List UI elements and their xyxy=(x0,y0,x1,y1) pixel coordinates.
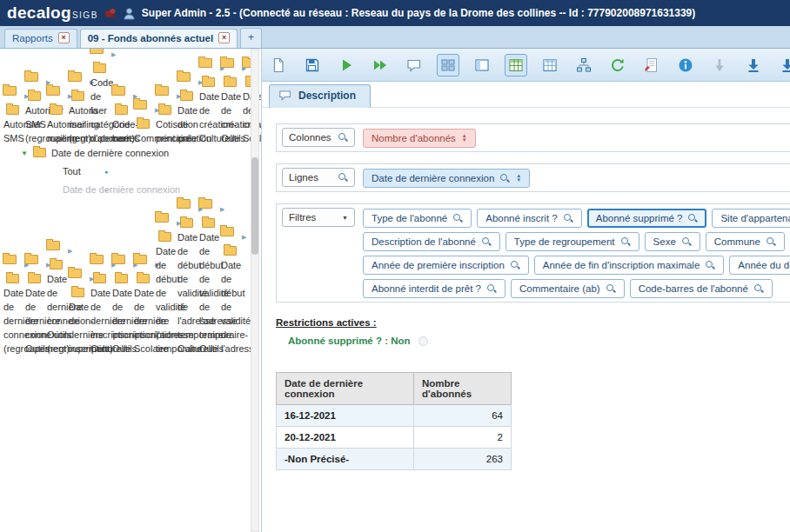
filter-button[interactable]: Abonné supprimé ? xyxy=(587,209,707,228)
tree-item[interactable]: ▼Date de dernière connexion xyxy=(0,144,261,163)
tab-close-icon[interactable]: × xyxy=(58,32,70,43)
rows-label-box[interactable]: Lignes xyxy=(282,168,355,187)
tree-item[interactable]: ▶Date de début de validité de l'adresse … xyxy=(177,199,191,209)
tree-item[interactable]: ▶Code de la catégorie d'abonné xyxy=(90,49,104,54)
tree-item[interactable]: ▶Date de dernière inscription xyxy=(68,269,82,278)
filter-button[interactable]: Année de première inscription xyxy=(363,256,529,275)
expand-arrow-icon[interactable]: ▶ xyxy=(111,49,121,62)
tree-item[interactable]: ▶Autoriser SMS (regroupement) xyxy=(24,72,38,82)
run-button[interactable] xyxy=(335,54,358,76)
tab-description[interactable]: Description xyxy=(269,84,371,108)
tree-item[interactable]: ▶Commentaire xyxy=(133,100,147,110)
scrollbar-thumb[interactable] xyxy=(251,157,258,255)
folder-icon xyxy=(93,274,106,283)
table-row[interactable]: 16-12-202164 xyxy=(277,405,512,427)
tree-item-label: Date de dernière connexion xyxy=(51,148,169,158)
sort-icon[interactable]: ▲▼ xyxy=(516,174,521,183)
tree-item[interactable]: ▶Date de dernière connexion (regroupemen… xyxy=(3,255,17,264)
export-table-icon xyxy=(643,57,660,74)
filter-button[interactable]: Site d'appartenance xyxy=(712,209,790,228)
download-button[interactable] xyxy=(742,54,765,76)
tree-item[interactable]: ▶Cotisation principale xyxy=(155,86,169,96)
folder-icon xyxy=(137,274,150,283)
filter-button[interactable]: Type de regroupement xyxy=(505,232,639,251)
tree-item[interactable]: ▶Date de création xyxy=(177,72,191,82)
folder-icon xyxy=(93,63,106,73)
tree-item[interactable]: ▶Date de création-Culturelle xyxy=(198,58,212,68)
expand-arrow-icon[interactable]: ▶ xyxy=(220,203,230,216)
magnifier-icon xyxy=(767,237,776,247)
tree-item[interactable]: ▶Date de début de validité de l'adresse … xyxy=(155,213,169,223)
folder-icon xyxy=(71,288,84,297)
filter-button[interactable]: Abonné interdit de prêt ? xyxy=(363,279,505,298)
magnifier-icon[interactable] xyxy=(500,174,510,183)
folder-icon xyxy=(180,91,193,101)
expand-arrow-icon[interactable]: ▶ xyxy=(68,244,77,258)
new-tab-button[interactable]: + xyxy=(240,28,262,48)
tree-item[interactable]: ▶Date de dernière inscription-Scolaire xyxy=(133,255,147,264)
view-list-button[interactable] xyxy=(437,54,459,76)
filter-button[interactable]: Commune xyxy=(706,232,785,251)
tab[interactable]: Rapports× xyxy=(4,29,77,48)
table-row[interactable]: -Non Précisé-263 xyxy=(277,449,512,470)
row-pill[interactable]: Date de dernière connexion ▲▼ xyxy=(363,169,530,188)
folder-icon xyxy=(6,105,19,115)
run-all-button[interactable] xyxy=(369,54,392,76)
tree-item[interactable]: ▶Date de dernière connexion-Outils xyxy=(24,255,38,264)
column-header: Nombre d'abonnés xyxy=(414,373,512,405)
date-cell: 16-12-2021 xyxy=(277,405,414,427)
tree-item[interactable]: ▶Date de dernière connexion-Outils (regr… xyxy=(46,241,60,250)
columns-label-box[interactable]: Colonnes xyxy=(282,128,355,147)
tree-item[interactable]: ●Tout xyxy=(0,163,261,181)
collapse-arrow-icon[interactable]: ▼ xyxy=(21,147,30,161)
comment-button[interactable] xyxy=(403,54,425,76)
move-down-button[interactable] xyxy=(708,54,731,76)
tree-item[interactable]: ▶Date de dernière inscription-Outils xyxy=(111,255,125,264)
tree-item[interactable]: ▶Date de dernière inscription-Culturelle xyxy=(90,255,104,264)
tree-item[interactable]: ▶Date de début de validité de l'adresse xyxy=(220,227,234,236)
filter-button-rows: Type de l'abonnéAbonné inscrit ?Abonné s… xyxy=(363,208,790,298)
sort-icon[interactable]: ▲▼ xyxy=(462,134,467,143)
sidebar-scrollbar[interactable] xyxy=(251,49,259,532)
filter-button[interactable]: Description de l'abonné xyxy=(363,232,500,251)
table-row[interactable]: 20-12-20212 xyxy=(277,427,512,449)
filters-label-box[interactable]: Filtres ▼ xyxy=(282,208,355,227)
filter-button[interactable]: Code-barres de l'abonné xyxy=(630,279,773,298)
folder-icon xyxy=(224,77,237,87)
refresh-button[interactable] xyxy=(606,54,629,76)
titlebar: decalogSIGB Super Admin - 2.5 - (Connect… xyxy=(0,0,790,26)
filter-button[interactable]: Type de l'abonné xyxy=(363,209,472,228)
main-content: Description Colonnes Nombre d'abonnés ▲▼ xyxy=(261,49,790,532)
filter-button[interactable]: Commentaire (ab) xyxy=(511,279,625,298)
tab-close-icon[interactable]: × xyxy=(218,32,230,43)
tree-item[interactable]: ●Date de dernière connexion xyxy=(0,181,261,199)
filter-button[interactable]: Abonné inscrit ? xyxy=(477,209,581,228)
magnifier-icon xyxy=(682,237,692,247)
filter-button-row: Année de première inscriptionAnnée de fi… xyxy=(363,256,790,275)
filters-label: Filtres xyxy=(289,212,316,223)
help-circle-icon[interactable] xyxy=(418,336,428,346)
tree-item[interactable]: ▶Date de création-Outils xyxy=(220,58,234,68)
tree-item[interactable]: ▶Code-barres xyxy=(111,86,125,96)
folder-icon xyxy=(115,274,128,283)
filter-button[interactable]: Année du dernier xyxy=(729,256,790,275)
download-secondary-button[interactable] xyxy=(776,54,790,76)
tree-item[interactable]: ▶Autoriser mailing xyxy=(46,86,60,96)
save-button[interactable] xyxy=(301,54,324,76)
table-button[interactable] xyxy=(539,54,561,76)
export-table-button[interactable] xyxy=(640,54,663,76)
pivot-table-button[interactable] xyxy=(505,54,527,76)
column-pill[interactable]: Nombre d'abonnés ▲▼ xyxy=(363,129,476,148)
count-cell: 2 xyxy=(414,427,512,449)
hierarchy-button[interactable] xyxy=(572,54,595,76)
view-panel-button[interactable] xyxy=(471,54,493,76)
new-document-button[interactable] xyxy=(267,54,290,76)
info-button[interactable] xyxy=(674,54,697,76)
tree-item[interactable]: ▶Autoriser SMS xyxy=(3,86,17,96)
filter-button[interactable]: Sexe xyxy=(645,232,700,251)
filter-button[interactable]: Année de fin d'inscription maximale xyxy=(534,256,725,275)
tree-item[interactable]: ▶Date de début de validité de l'adresse … xyxy=(198,199,212,209)
tab[interactable]: 09 - Fonds abonnés actuel× xyxy=(80,29,238,48)
row-pill-label: Date de dernière connexion xyxy=(372,173,494,183)
tree-item[interactable]: ▶Autoriser mailing (regroupement) xyxy=(68,72,82,82)
